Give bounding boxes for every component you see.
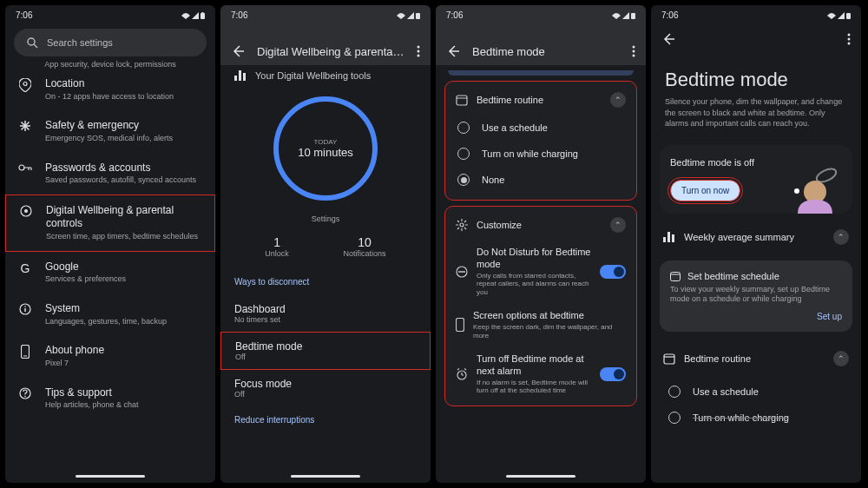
svg-point-4 bbox=[23, 82, 27, 86]
nav-handle[interactable] bbox=[76, 475, 145, 478]
radio-schedule[interactable]: Use a schedule bbox=[651, 379, 861, 405]
location-icon bbox=[17, 78, 33, 92]
radio-charging[interactable]: Turn on while charging bbox=[445, 141, 636, 167]
focus-item[interactable]: Focus mode Off bbox=[220, 370, 431, 406]
chevron-up-icon[interactable]: ⌃ bbox=[610, 92, 626, 108]
svg-point-32 bbox=[633, 55, 635, 57]
dashboard-item[interactable]: Dashboard No timers set bbox=[220, 295, 431, 332]
stat-notifications[interactable]: 10Notifications bbox=[344, 235, 386, 258]
hero-card: Bedtime mode is off Turn on now bbox=[660, 145, 852, 214]
svg-point-21 bbox=[24, 395, 26, 397]
clock: 7:06 bbox=[231, 10, 247, 20]
calendar-icon bbox=[663, 353, 675, 365]
radio-schedule[interactable]: Use a schedule bbox=[445, 115, 636, 141]
search-placeholder: Search settings bbox=[47, 37, 113, 48]
radio-icon bbox=[457, 148, 470, 160]
more-icon[interactable] bbox=[417, 45, 420, 57]
settings-item-google[interactable]: G GoogleServices & preferences bbox=[5, 252, 215, 293]
back-icon[interactable] bbox=[231, 44, 245, 58]
ways-to-disconnect-link[interactable]: Ways to disconnect bbox=[220, 268, 431, 295]
svg-point-25 bbox=[418, 55, 420, 57]
stat-unlocks[interactable]: 1Unlock bbox=[265, 235, 289, 258]
svg-point-31 bbox=[633, 50, 635, 53]
svg-point-17 bbox=[24, 306, 26, 307]
svg-point-47 bbox=[848, 43, 851, 45]
clock: 7:06 bbox=[16, 10, 32, 20]
back-icon[interactable] bbox=[446, 44, 460, 58]
svg-point-2 bbox=[28, 38, 35, 45]
summary-row[interactable]: Weekly average summary ⌃ bbox=[651, 217, 861, 257]
usage-ring[interactable]: TODAY 10 minutes bbox=[220, 86, 431, 211]
settings-item-tips[interactable]: Tips & supportHelp articles, phone & cha… bbox=[5, 378, 215, 419]
svg-rect-1 bbox=[202, 12, 204, 13]
bars-icon bbox=[663, 232, 675, 242]
svg-rect-28 bbox=[243, 73, 246, 81]
switch-on[interactable] bbox=[600, 367, 626, 381]
screen-options-row[interactable]: Screen options at bedtimeKeep the screen… bbox=[445, 303, 636, 346]
chevron-up-icon[interactable]: ⌃ bbox=[833, 351, 849, 366]
settings-item-location[interactable]: LocationOn - 12 apps have access to loca… bbox=[5, 69, 215, 110]
svg-point-9 bbox=[19, 165, 24, 170]
svg-rect-26 bbox=[234, 76, 237, 81]
nav-handle[interactable] bbox=[291, 475, 360, 478]
svg-point-14 bbox=[24, 209, 28, 213]
ring-caption: Settings bbox=[220, 214, 431, 223]
svg-rect-51 bbox=[663, 237, 666, 242]
svg-point-24 bbox=[418, 50, 420, 53]
screen-bedtime-settings: 7:06 Bedtime mode Bedtime routine ⌃ Use … bbox=[436, 5, 646, 483]
svg-rect-27 bbox=[239, 70, 241, 81]
asterisk-icon bbox=[17, 120, 33, 132]
svg-point-30 bbox=[633, 46, 635, 49]
more-icon[interactable] bbox=[847, 33, 851, 45]
bars-icon bbox=[234, 70, 247, 81]
page-title: Bedtime mode bbox=[651, 53, 861, 96]
switch-on[interactable] bbox=[600, 265, 626, 279]
key-icon bbox=[17, 162, 33, 173]
chevron-up-icon[interactable]: ⌃ bbox=[610, 217, 626, 233]
svg-line-43 bbox=[464, 369, 466, 371]
settings-item-passwords[interactable]: Passwords & accountsSaved passwords, aut… bbox=[5, 153, 215, 195]
turn-on-button[interactable]: Turn on now bbox=[670, 180, 740, 201]
screen-bedtime-landing: 7:06 Bedtime mode Silence your phone, di… bbox=[651, 5, 861, 483]
page-title: Digital Wellbeing & parental co... bbox=[257, 45, 404, 58]
svg-line-42 bbox=[457, 369, 459, 371]
alarm-toggle-row[interactable]: Turn off Bedtime mode at next alarmIf no… bbox=[445, 346, 636, 402]
radio-icon bbox=[668, 386, 681, 398]
set-up-link[interactable]: Set up bbox=[670, 312, 842, 321]
settings-item-wellbeing[interactable]: Digital Wellbeing & parental controlsScr… bbox=[5, 195, 215, 252]
settings-item-system[interactable]: SystemLanguages, gestures, time, backup bbox=[5, 293, 215, 335]
more-icon[interactable] bbox=[632, 45, 635, 57]
svg-rect-44 bbox=[846, 13, 851, 19]
radio-icon-selected bbox=[457, 174, 470, 186]
settings-item-about[interactable]: About phonePixel 7 bbox=[5, 335, 215, 377]
sleep-illustration bbox=[785, 162, 845, 214]
screen-wellbeing: 7:06 Digital Wellbeing & parental co... … bbox=[220, 5, 431, 483]
bedtime-item[interactable]: Bedtime mode Off bbox=[220, 332, 431, 370]
chevron-up-icon[interactable]: ⌃ bbox=[833, 229, 849, 245]
status-bar: 7:06 bbox=[651, 5, 861, 25]
google-icon: G bbox=[17, 261, 33, 275]
settings-item-safety[interactable]: Safety & emergencyEmergency SOS, medical… bbox=[5, 110, 215, 152]
nav-handle[interactable] bbox=[506, 475, 575, 478]
screen-settings: 7:06 Search settings App security, devic… bbox=[5, 5, 215, 483]
back-icon[interactable] bbox=[661, 32, 675, 46]
svg-rect-33 bbox=[457, 96, 467, 105]
radio-charging[interactable]: Turn on while charging bbox=[651, 405, 861, 431]
reduce-interruptions-link[interactable]: Reduce interruptions bbox=[220, 406, 431, 433]
svg-rect-22 bbox=[416, 13, 420, 19]
page-desc: Silence your phone, dim the wallpaper, a… bbox=[651, 96, 861, 142]
svg-rect-52 bbox=[667, 232, 670, 242]
schedule-info-card: Set bedtime schedule To view your weekly… bbox=[660, 260, 852, 332]
calendar-icon bbox=[670, 271, 681, 281]
help-icon bbox=[17, 387, 33, 399]
status-bar: 7:06 bbox=[5, 5, 215, 25]
radio-none[interactable]: None bbox=[445, 167, 636, 193]
alarm-icon bbox=[456, 368, 468, 380]
dnd-toggle-row[interactable]: Do Not Disturb for Bedtime modeOnly call… bbox=[445, 240, 636, 303]
search-settings[interactable]: Search settings bbox=[14, 29, 207, 56]
svg-point-45 bbox=[848, 34, 851, 36]
routine-row[interactable]: Bedtime routine ⌃ bbox=[651, 335, 861, 379]
search-icon bbox=[26, 36, 38, 49]
status-icons bbox=[397, 12, 420, 19]
clock: 7:06 bbox=[446, 10, 463, 20]
